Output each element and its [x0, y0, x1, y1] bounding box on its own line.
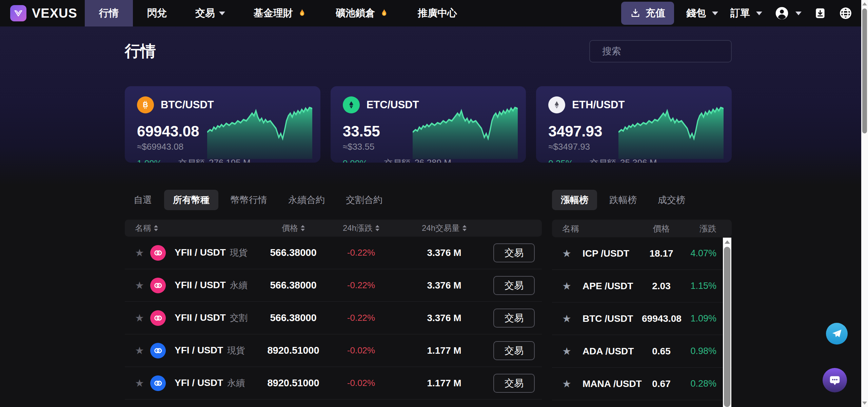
- market-card-eth[interactable]: ETH/USDT 3497.93 ≈$3497.93 0.25% 交易額35.3…: [536, 86, 732, 163]
- search-input[interactable]: [602, 46, 725, 57]
- chevron-down-icon: [795, 12, 802, 15]
- rank-row[interactable]: ★ APE /USDT 2.03 1.15%: [552, 270, 732, 302]
- tab-perpetual[interactable]: 永續合約: [279, 190, 334, 210]
- favorite-star-icon[interactable]: ★: [562, 281, 583, 291]
- rank-row[interactable]: ★ ADA /USDT 0.65 0.98%: [552, 335, 732, 368]
- tab-spot-markets[interactable]: 幣幣行情: [222, 190, 276, 210]
- header-volume[interactable]: 24h交易量: [395, 223, 493, 234]
- app-download-button[interactable]: [814, 7, 827, 20]
- trade-button[interactable]: 交易: [493, 276, 535, 295]
- btc-icon: B: [137, 96, 154, 113]
- nav-item-flash-swap[interactable]: 閃兌: [133, 0, 181, 26]
- favorite-star-icon[interactable]: ★: [562, 314, 583, 324]
- nav-item-trade[interactable]: 交易: [181, 0, 239, 26]
- nav-item-markets[interactable]: 行情: [85, 0, 133, 26]
- tab-all-coins[interactable]: 所有幣種: [164, 190, 218, 210]
- market-type-tag: 永續: [227, 378, 245, 388]
- nav-item-promotion[interactable]: 推廣中心: [403, 0, 471, 26]
- rank-panel-scrollbar[interactable]: [723, 238, 731, 407]
- rank-row[interactable]: ★ ICP /USDT 18.17 4.07%: [552, 237, 732, 270]
- market-table-header: 名稱 價格 24h漲跌 24h交易量: [125, 220, 542, 237]
- fire-icon: [297, 8, 307, 18]
- yfii-coin-icon: [150, 310, 166, 326]
- app-viewport: VEXUS 行情 閃兌 交易 基金理財 礦池鎖倉 推廣中心 充值 錢包 訂單: [0, 0, 868, 407]
- top-navbar: VEXUS 行情 閃兌 交易 基金理財 礦池鎖倉 推廣中心 充值 錢包 訂單: [0, 0, 868, 26]
- pair-name: BTC /USDT: [583, 313, 642, 324]
- favorite-star-icon[interactable]: ★: [562, 379, 583, 389]
- trade-button[interactable]: 交易: [493, 341, 535, 360]
- market-card-btc[interactable]: B BTC/USDT 69943.08 ≈$69943.08 1.09% 交易額…: [125, 86, 320, 163]
- hero-header: 行情: [125, 26, 732, 62]
- card-change: 0.09%: [343, 158, 368, 163]
- header-name[interactable]: 名稱: [135, 223, 259, 234]
- orders-menu[interactable]: 訂單: [730, 6, 762, 20]
- price-cell: 566.38000: [259, 247, 327, 258]
- favorite-star-icon[interactable]: ★: [135, 313, 150, 323]
- market-tabs: 自選 所有幣種 幣幣行情 永續合約 交割合約: [125, 190, 391, 210]
- language-button[interactable]: [839, 6, 852, 20]
- card-change: 1.09%: [137, 158, 162, 163]
- favorite-star-icon[interactable]: ★: [135, 248, 150, 258]
- rank-header-change: 漲跌: [681, 223, 716, 234]
- scroll-up-arrow-icon[interactable]: [725, 240, 730, 244]
- header-price[interactable]: 價格: [259, 223, 327, 234]
- table-row[interactable]: ★ YFI / USDT現貨 8920.51000 -0.02% 1.177 M…: [125, 334, 542, 367]
- scroll-down-arrow-icon[interactable]: [862, 402, 867, 405]
- rank-tabs: 漲幅榜 跌幅榜 成交榜: [552, 190, 732, 210]
- nav-item-fund[interactable]: 基金理財: [239, 0, 321, 26]
- market-card-etc[interactable]: ETC/USDT 33.55 ≈$33.55 0.09% 交易額26.289 M: [331, 86, 526, 163]
- rank-row[interactable]: ★ MANA /USDT 0.67 0.28%: [552, 368, 732, 400]
- change-cell: -0.02%: [327, 345, 395, 356]
- table-row[interactable]: ★ YFII / USDT交割 566.38000 -0.22% 3.376 M…: [125, 302, 542, 334]
- card-pair: ETC/USDT: [367, 99, 419, 111]
- wallet-menu[interactable]: 錢包: [686, 6, 718, 20]
- favorite-star-icon[interactable]: ★: [135, 378, 150, 388]
- pair-name: MANA /USDT: [583, 378, 642, 389]
- favorite-star-icon[interactable]: ★: [135, 280, 150, 291]
- chevron-down-icon: [756, 12, 762, 15]
- card-pair: BTC/USDT: [161, 99, 214, 111]
- price-cell: 0.65: [642, 346, 681, 357]
- brand[interactable]: VEXUS: [0, 0, 85, 26]
- scrollbar-thumb[interactable]: [862, 8, 867, 133]
- scroll-up-arrow-icon[interactable]: [862, 2, 867, 5]
- trade-button[interactable]: 交易: [493, 374, 535, 393]
- table-row[interactable]: ★ YFII / USDT永續 566.38000 -0.22% 3.376 M…: [125, 269, 542, 302]
- scrollbar-thumb[interactable]: [724, 247, 730, 407]
- yfi-coin-icon: [150, 375, 166, 391]
- pair-name: ICP /USDT: [583, 248, 642, 259]
- tab-gainers[interactable]: 漲幅榜: [552, 190, 597, 210]
- favorite-star-icon[interactable]: ★: [135, 346, 150, 356]
- market-type-tag: 現貨: [227, 345, 245, 355]
- price-cell: 566.38000: [259, 280, 327, 291]
- page-scrollbar[interactable]: [861, 0, 868, 407]
- tab-volume-rank[interactable]: 成交榜: [649, 190, 694, 210]
- profile-menu[interactable]: [774, 6, 802, 21]
- tab-delivery[interactable]: 交割合約: [337, 190, 391, 210]
- telegram-button[interactable]: [826, 323, 848, 345]
- trade-button[interactable]: 交易: [493, 243, 535, 262]
- card-volume-label: 交易額: [384, 158, 410, 163]
- table-row[interactable]: ★ YFI / USDT永續 8920.51000 -0.02% 1.177 M…: [125, 367, 542, 400]
- favorite-star-icon[interactable]: ★: [562, 248, 583, 259]
- deposit-button[interactable]: 充值: [621, 2, 674, 25]
- change-cell: -0.02%: [327, 378, 395, 388]
- content-columns: 名稱 價格 24h漲跌 24h交易量 ★ YFII / USDT現貨 566.3…: [125, 220, 732, 400]
- header-change[interactable]: 24h漲跌: [327, 223, 395, 234]
- trade-button[interactable]: 交易: [493, 309, 535, 328]
- nav-item-mining[interactable]: 礦池鎖倉: [321, 0, 403, 26]
- globe-icon: [839, 6, 852, 20]
- tabs-row: 自選 所有幣種 幣幣行情 永續合約 交割合約 漲幅榜 跌幅榜 成交榜: [125, 190, 732, 210]
- tab-favorites[interactable]: 自選: [125, 190, 161, 210]
- pair-name: YFI / USDT: [175, 377, 223, 388]
- search-box[interactable]: [589, 40, 732, 62]
- rank-row[interactable]: ★ BTC /USDT 69943.08 1.09%: [552, 302, 732, 335]
- volume-cell: 3.376 M: [395, 313, 493, 323]
- tab-losers[interactable]: 跌幅榜: [600, 190, 646, 210]
- volume-cell: 1.177 M: [395, 345, 493, 356]
- favorite-star-icon[interactable]: ★: [562, 346, 583, 356]
- table-row[interactable]: ★ YFII / USDT現貨 566.38000 -0.22% 3.376 M…: [125, 237, 542, 269]
- eth-icon: [548, 96, 565, 113]
- live-chat-button[interactable]: [823, 368, 847, 392]
- chevron-down-icon: [712, 12, 718, 15]
